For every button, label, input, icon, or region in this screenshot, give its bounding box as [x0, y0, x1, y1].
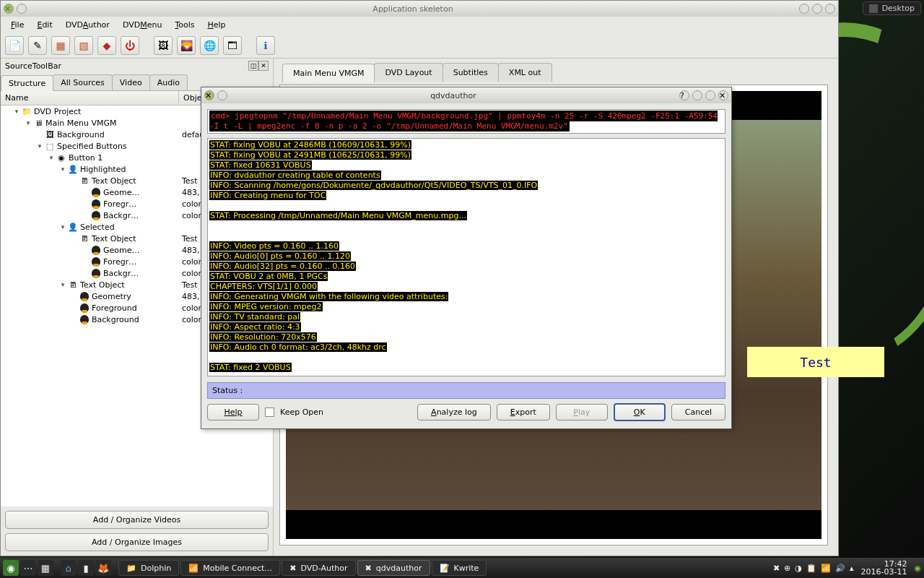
node-label: Main Menu VMGM: [44, 118, 179, 128]
tray-icon[interactable]: ✖: [773, 564, 780, 573]
node-label: Button 1: [67, 153, 179, 163]
dialog-maximize-icon[interactable]: [705, 90, 715, 100]
task-mobile-connect[interactable]: 📶Mobile Connect…: [180, 560, 280, 576]
tab-main-menu[interactable]: Main Menu VMGM: [282, 64, 375, 82]
analyze-log-button[interactable]: Analyze log: [417, 404, 491, 420]
menu-tools[interactable]: Tools: [169, 19, 200, 31]
toolbar-power-icon[interactable]: ⏻: [121, 36, 139, 55]
add-images-button[interactable]: Add / Organize Images: [5, 533, 269, 551]
toolbar-red-icon[interactable]: ◆: [97, 36, 116, 55]
toolbar-info-icon[interactable]: ℹ: [256, 36, 275, 55]
toolbar-wizard-icon[interactable]: ✎: [28, 36, 47, 55]
toolbar-new-icon[interactable]: 📄: [5, 36, 24, 55]
start-button[interactable]: ◉: [3, 560, 19, 576]
window-menu-icon[interactable]: ✕: [4, 4, 14, 14]
tray-clipboard-icon[interactable]: 📋: [806, 564, 816, 573]
dialog-shade-icon[interactable]: [217, 90, 227, 100]
tab-subtitles[interactable]: Subtitles: [443, 63, 499, 82]
command-box[interactable]: cmd> jpegtopnm "/tmp/Unnamed/Main Menu V…: [207, 109, 725, 134]
toolbar-globe-icon[interactable]: 🌐: [200, 36, 219, 55]
menu-edit[interactable]: Edit: [31, 19, 58, 31]
node-icon: 🖹: [79, 233, 90, 243]
tab-xml-out[interactable]: XML out: [498, 63, 552, 82]
log-line: INFO: Aspect ratio: 4:3: [209, 322, 723, 332]
log-output[interactable]: STAT: fixing VOBU at 2486MB (10609/10631…: [207, 138, 725, 376]
toolbar-box1-icon[interactable]: ▦: [51, 36, 70, 55]
help-button[interactable]: Help: [207, 404, 259, 420]
export-button[interactable]: Export: [497, 404, 550, 420]
launcher-firefox-icon[interactable]: 🦊: [95, 560, 111, 576]
expand-icon[interactable]: ▾: [58, 165, 67, 173]
node-label: Foreground: [90, 303, 179, 313]
node-icon: 🖹: [67, 280, 79, 290]
tab-audio[interactable]: Audio: [149, 74, 188, 90]
close-icon[interactable]: [825, 4, 835, 14]
tab-dvd-layout[interactable]: DVD Layout: [374, 63, 443, 82]
node-label: Text Object: [79, 280, 179, 290]
system-tray: ✖ ⊕ ◑ 📋 📶 🔊 ▴ 17:42 2016-03-11 ◉: [773, 560, 921, 576]
task-kwrite[interactable]: 📝Kwrite: [432, 560, 487, 576]
tab-structure[interactable]: Structure: [1, 75, 53, 91]
task-dvd-author[interactable]: ✖DVD-Author: [282, 560, 355, 576]
keep-open-label: Keep Open: [280, 407, 323, 417]
dialog-titlebar[interactable]: ✕ qdvdauthor ? ✕: [201, 87, 731, 103]
log-line: INFO: Audio[0] pts = 0.160 .. 1.120: [209, 251, 723, 262]
launcher-home-icon[interactable]: ⌂: [61, 560, 77, 576]
task-dolphin[interactable]: 📁Dolphin: [118, 560, 179, 576]
status-label: Status :: [212, 386, 243, 395]
menu-button-test[interactable]: Test: [747, 347, 884, 377]
close-panel-icon[interactable]: ✕: [258, 61, 269, 71]
expand-icon[interactable]: ▾: [58, 281, 67, 288]
tray-icon[interactable]: ◑: [795, 564, 802, 573]
tray-suse-icon[interactable]: ◉: [914, 564, 921, 573]
expand-icon[interactable]: ▾: [12, 108, 21, 115]
titlebar[interactable]: ✕ Application skeleton: [1, 1, 838, 17]
log-line: INFO: Creating menu for TOC: [209, 191, 723, 201]
launcher-terminal-icon[interactable]: ▮: [78, 560, 94, 576]
node-label: Geome…: [102, 188, 179, 197]
dialog-menu-icon[interactable]: ✕: [204, 90, 214, 100]
expand-icon[interactable]: ▾: [35, 142, 44, 150]
expand-icon[interactable]: ▾: [24, 119, 32, 126]
node-icon: 👤: [67, 222, 79, 232]
menu-dvdmenu[interactable]: DVDMenu: [117, 19, 168, 31]
menu-file[interactable]: File: [5, 19, 30, 31]
taskbar: ◉ ⋯ ▦ ⌂ ▮ 🦊 📁Dolphin 📶Mobile Connect… ✖D…: [0, 558, 924, 578]
dialog-minimize-icon[interactable]: [692, 90, 702, 100]
tray-network-icon[interactable]: 📶: [821, 564, 831, 573]
play-button[interactable]: Play: [556, 404, 608, 420]
desktop-switcher[interactable]: Desktop: [863, 1, 921, 15]
expand-icon[interactable]: ▾: [47, 154, 56, 161]
tray-chevron-icon[interactable]: ▴: [850, 564, 854, 573]
task-qdvdauthor[interactable]: ✖qdvdauthor: [357, 560, 430, 576]
expand-icon[interactable]: ▾: [58, 223, 67, 230]
keep-open-checkbox[interactable]: [265, 407, 274, 417]
node-icon: [79, 303, 90, 313]
tray-icon[interactable]: ⊕: [784, 564, 790, 573]
clock[interactable]: 17:42 2016-03-11: [858, 560, 910, 576]
maximize-icon[interactable]: [812, 4, 822, 14]
dialog-help-icon[interactable]: ?: [679, 90, 689, 100]
undock-icon[interactable]: ◫: [248, 61, 258, 71]
menu-help[interactable]: Help: [201, 19, 231, 31]
add-videos-button[interactable]: Add / Organize Videos: [5, 511, 269, 529]
pager-icon[interactable]: ▦: [38, 560, 53, 576]
tab-video[interactable]: Video: [112, 74, 150, 90]
node-icon: 📁: [21, 106, 32, 116]
col-name[interactable]: Name: [1, 91, 179, 105]
ok-button[interactable]: OK: [614, 403, 666, 421]
qdvdauthor-icon: ✖: [365, 564, 372, 573]
tray-volume-icon[interactable]: 🔊: [835, 564, 845, 573]
toolbar-box2-icon[interactable]: ▧: [74, 36, 93, 55]
minimize-icon[interactable]: [799, 4, 809, 14]
menu-dvdauthor[interactable]: DVDAuthor: [60, 19, 116, 31]
dialog-close-icon[interactable]: ✕: [718, 90, 728, 100]
activity-icon[interactable]: ⋯: [20, 560, 36, 576]
toolbar-img3-icon[interactable]: 🗔: [223, 36, 242, 55]
cancel-button[interactable]: Cancel: [671, 404, 725, 420]
toolbar-img2-icon[interactable]: 🌄: [177, 36, 196, 55]
tab-all-sources[interactable]: All Sources: [53, 74, 113, 90]
toolbar-img1-icon[interactable]: 🖼: [154, 36, 173, 55]
node-icon: 👤: [67, 164, 79, 174]
window-shade-icon[interactable]: [17, 4, 27, 14]
